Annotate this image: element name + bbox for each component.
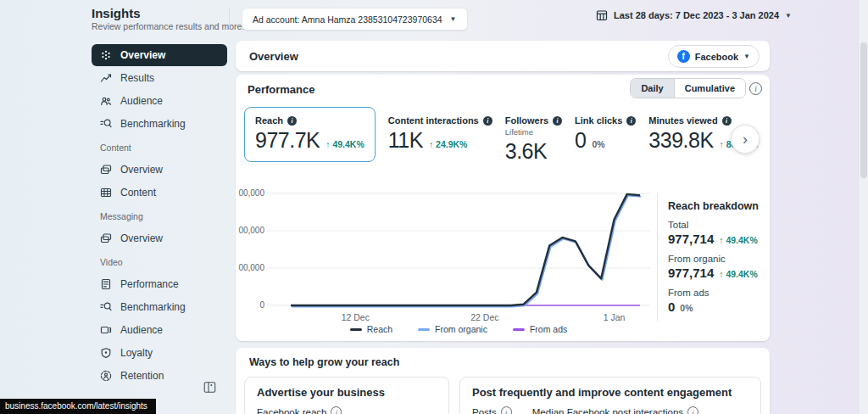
legend-label: From ads	[530, 324, 567, 334]
y-tick-label: 00,000	[237, 188, 264, 198]
y-tick-label: 0	[237, 300, 264, 310]
scrollbar-track[interactable]	[858, 0, 868, 414]
metric-card-followers[interactable]: FollowersiLifetime3.6K	[505, 105, 562, 164]
performance-line-chart: 12 Dec22 Dec1 Jan	[267, 187, 650, 329]
toggle-daily-button[interactable]: Daily	[631, 79, 673, 98]
info-icon[interactable]: i	[483, 116, 492, 126]
metric-card-link-clicks[interactable]: Link clicksi00%	[575, 105, 636, 153]
info-icon[interactable]: i	[626, 116, 636, 126]
channel-label: Facebook	[695, 52, 738, 62]
chart-legend: ReachFrom organicFrom ads	[267, 324, 650, 334]
legend-item-from-ads: From ads	[513, 324, 567, 334]
info-icon[interactable]: i	[287, 116, 297, 126]
toggle-cumulative-button[interactable]: Cumulative	[674, 79, 745, 98]
sidebar-section-messaging: Messaging	[100, 211, 241, 221]
metric-label: Facebook reach	[257, 407, 326, 414]
breakdown-value-row: 977,714↑ 49.4K%	[668, 232, 763, 246]
retention-person-icon	[100, 370, 112, 382]
x-tick-label: 1 Jan	[604, 312, 626, 322]
sidebar-item-0-overview[interactable]: Overview	[92, 44, 227, 66]
breakdown-value-row: 00%	[668, 299, 763, 314]
insights-spark-icon	[100, 49, 112, 61]
sidebar-item-3-benchmarking[interactable]: Benchmarking	[92, 113, 227, 135]
sidebar-item-2-audience[interactable]: Audience	[92, 90, 227, 112]
sidebar-item-8-overview[interactable]: Overview	[92, 227, 227, 249]
metrics-next-button[interactable]: ›	[731, 125, 760, 154]
sidebar-item-12-audience[interactable]: Audience	[92, 319, 227, 341]
info-icon[interactable]: i	[722, 116, 732, 126]
breakdown-delta: ↑ 49.4K%	[719, 269, 758, 279]
legend-label: Reach	[367, 324, 392, 334]
metrics-row: Reachi977.7K↑ 49.4K%Content interactions…	[244, 105, 758, 164]
facebook-logo-icon: f	[677, 50, 690, 63]
channel-dropdown[interactable]: f Facebook ▼	[668, 45, 760, 68]
header-divider	[229, 8, 230, 28]
metric-label-row: Followersi	[505, 115, 562, 126]
metric-value-row: 00%	[575, 128, 636, 153]
performance-title: Performance	[248, 83, 314, 96]
info-icon[interactable]: i	[331, 406, 342, 414]
chevron-down-icon: ▼	[450, 15, 457, 23]
breakdown-label-from-organic: From organic	[668, 254, 763, 264]
info-icon[interactable]: i	[687, 406, 698, 414]
legend-label: From organic	[435, 324, 487, 334]
series-from-organic	[292, 195, 641, 306]
page-title: Insights	[92, 6, 141, 20]
sidebar-item-label: Benchmarking	[120, 118, 186, 130]
breakdown-delta: ↑ 49.4K%	[719, 235, 758, 245]
chevron-right-icon: ›	[743, 131, 748, 148]
overview-title: Overview	[249, 50, 298, 63]
info-icon[interactable]: i	[501, 406, 512, 414]
sidebar-item-1-results[interactable]: Results	[92, 67, 227, 89]
metric-label: Followers	[505, 115, 548, 126]
metric-label: Median Facebook post interactions	[532, 407, 683, 414]
audience-people-icon	[100, 95, 112, 107]
metric-card-reach[interactable]: Reachi977.7K↑ 49.4K%	[244, 107, 376, 162]
performance-info-icon[interactable]: i	[749, 82, 762, 95]
chevron-down-icon: ▼	[743, 53, 750, 60]
posts-metric: Posts i	[472, 406, 512, 414]
sidebar-item-label: Benchmarking	[120, 301, 186, 313]
legend-swatch	[513, 328, 525, 331]
breakdown-value-row: 977,714↑ 49.4K%	[668, 266, 763, 280]
performance-list-icon	[100, 278, 112, 290]
metric-label: Link clicks	[575, 115, 622, 126]
sidebar-item-5-overview[interactable]: Overview	[92, 159, 227, 181]
metric-label: Content interactions	[388, 115, 479, 126]
grow-reach-card: Ways to help grow your reach Advertise y…	[236, 348, 770, 414]
metric-delta: ↑ 24.9K%	[429, 139, 468, 149]
sidebar-item-10-performance[interactable]: Performance	[92, 273, 227, 295]
breakdown-label-total: Total	[668, 220, 763, 230]
metric-card-content-interactions[interactable]: Content interactionsi11K↑ 24.9K%	[388, 105, 492, 153]
ad-account-dropdown[interactable]: Ad account: Amna Hamza 23853104723970634…	[242, 8, 468, 31]
content-grid-icon	[100, 187, 112, 199]
info-icon[interactable]: i	[553, 116, 562, 126]
sidebar-collapse-icon[interactable]	[203, 381, 217, 394]
metric-sublabel: Lifetime	[505, 127, 562, 137]
sidebar-item-13-loyalty[interactable]: Loyalty	[92, 342, 227, 364]
metric-value: 11K	[388, 128, 423, 153]
insights-page: Insights Review performance results and …	[0, 0, 868, 414]
date-range-dropdown[interactable]: Last 28 days: 7 Dec 2023 - 3 Jan 2024 ▼	[596, 9, 792, 21]
legend-swatch	[418, 328, 430, 331]
metric-value: 3.6K	[505, 139, 547, 164]
series-reach	[291, 194, 640, 305]
post-frequently-card[interactable]: Post frequently and improve content enga…	[459, 377, 761, 414]
page-subtitle: Review performance results and more.	[92, 21, 244, 31]
scrollbar-thumb[interactable]	[860, 42, 867, 178]
chevron-down-icon: ▼	[785, 12, 792, 20]
sidebar-item-label: Retention	[120, 370, 164, 382]
metric-value: 339.8K	[648, 128, 713, 153]
daily-cumulative-toggle: Daily Cumulative	[630, 78, 746, 98]
metric-label-row: Content interactionsi	[388, 115, 492, 126]
metric-label-row: Minutes viewedi	[648, 115, 758, 126]
metric-label: Reach	[255, 115, 283, 126]
sidebar-item-label: Results	[120, 72, 154, 84]
metric-label: Minutes viewed	[648, 115, 717, 126]
ad-account-label: Ad account: Amna Hamza 23853104723970634	[253, 14, 442, 25]
media-stack-icon	[100, 232, 112, 244]
sidebar-item-6-content[interactable]: Content	[92, 182, 227, 204]
breakdown-rows: Total977,714↑ 49.4K%From organic977,714↑…	[668, 220, 763, 314]
advertise-card[interactable]: Advertise your business Facebook reach i	[244, 377, 449, 414]
sidebar-item-11-benchmarking[interactable]: Benchmarking	[92, 296, 227, 318]
